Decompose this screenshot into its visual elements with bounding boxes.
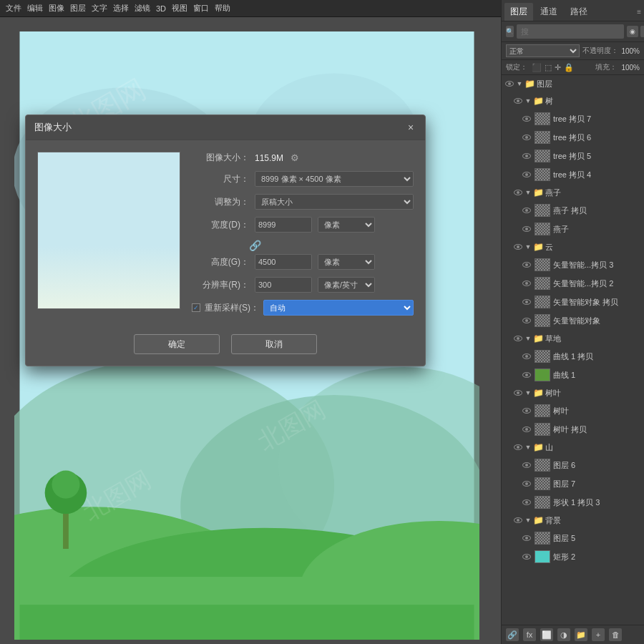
layer-smart3[interactable]: 矢量智能...拷贝 3 xyxy=(502,255,644,274)
vis-smart-copy[interactable] xyxy=(522,297,532,307)
vis-smart3[interactable] xyxy=(522,260,532,270)
lock-pixel-icon[interactable]: ⬛ xyxy=(532,63,542,72)
resample-checkbox[interactable] xyxy=(192,303,200,312)
menu-3d[interactable]: 3D xyxy=(156,4,166,13)
vis-curve1[interactable] xyxy=(522,370,532,380)
group-mountain[interactable]: ▼ 📁 山 xyxy=(502,439,644,456)
layer-smart2[interactable]: 矢量智能...拷贝 2 xyxy=(502,274,644,293)
layer-tree-copy7[interactable]: tree 拷贝 7 xyxy=(502,109,644,128)
vis-tree7[interactable] xyxy=(522,114,532,124)
lock-move-icon[interactable]: ✛ xyxy=(555,63,561,72)
vis-grass-group[interactable] xyxy=(513,333,523,343)
menu-image[interactable]: 图像 xyxy=(49,3,64,14)
vis-layer7[interactable] xyxy=(522,479,532,489)
menu-help[interactable]: 帮助 xyxy=(215,3,230,14)
settings-icon[interactable]: ⚙ xyxy=(289,152,301,164)
link-layers-btn[interactable]: 🔗 xyxy=(506,628,519,641)
vis-tree5[interactable] xyxy=(522,151,532,161)
visibility-root[interactable] xyxy=(504,79,514,89)
layer-swallow-copy[interactable]: 燕子 拷贝 xyxy=(502,201,644,220)
new-group-btn[interactable]: 📁 xyxy=(575,628,587,641)
layer-swallow[interactable]: 燕子 xyxy=(502,220,644,238)
vis-swallow-group[interactable] xyxy=(513,187,523,197)
vis-swallow-copy[interactable] xyxy=(522,205,532,215)
vis-curve-copy[interactable] xyxy=(522,351,532,361)
tab-paths[interactable]: 路径 xyxy=(565,3,593,21)
vis-swallow[interactable] xyxy=(522,224,532,234)
group-tree[interactable]: ▼ 📁 树 xyxy=(502,92,644,109)
cancel-button[interactable]: 取消 xyxy=(231,334,317,354)
adjustment-btn[interactable]: ◑ xyxy=(557,628,570,641)
thumb-layer6 xyxy=(535,459,550,472)
vis-leaves-copy[interactable] xyxy=(522,424,532,434)
dimension-select[interactable]: 8999 像素 × 4500 像素 xyxy=(255,171,414,187)
group-bg[interactable]: ▼ 📁 背景 xyxy=(502,512,644,529)
vis-layer6[interactable] xyxy=(522,460,532,470)
height-unit-select[interactable]: 像素 xyxy=(318,254,375,270)
adjust-select[interactable]: 原稿大小 xyxy=(255,194,414,210)
vis-smart2[interactable] xyxy=(522,278,532,288)
search-input[interactable] xyxy=(517,24,624,39)
layer-curve1[interactable]: 曲线 1 xyxy=(502,366,644,384)
layer-rect2[interactable]: 矩形 2 xyxy=(502,547,644,566)
layer-mask-btn[interactable]: ⬜ xyxy=(540,628,553,641)
vis-rect2[interactable] xyxy=(522,552,532,562)
vis-smart[interactable] xyxy=(522,316,532,326)
menu-select[interactable]: 选择 xyxy=(113,3,129,14)
filter-icon-1[interactable]: ◉ xyxy=(627,26,638,37)
lock-gradient-icon[interactable]: ⬚ xyxy=(545,63,552,72)
filter-icon-2[interactable]: T xyxy=(640,26,644,37)
group-root[interactable]: ▼ 📁 图层 xyxy=(502,75,644,92)
vis-shape-copy3[interactable] xyxy=(522,497,532,507)
menu-view[interactable]: 视图 xyxy=(172,3,187,14)
new-layer-btn[interactable]: + xyxy=(592,628,605,641)
menu-window[interactable]: 窗口 xyxy=(193,3,209,14)
dialog-close-button[interactable]: × xyxy=(405,122,416,133)
width-input[interactable] xyxy=(255,217,312,233)
width-unit-select[interactable]: 像素 xyxy=(318,217,375,233)
blend-mode-select[interactable]: 正常 xyxy=(506,44,580,57)
delete-layer-btn[interactable]: 🗑 xyxy=(609,628,622,641)
group-swallow[interactable]: ▼ 📁 燕子 xyxy=(502,184,644,201)
layer-smart[interactable]: 矢量智能对象 xyxy=(502,311,644,330)
tab-channels[interactable]: 通道 xyxy=(535,3,563,21)
name-tree5: tree 拷贝 5 xyxy=(553,151,641,162)
layer-curve-copy[interactable]: 曲线 1 拷贝 xyxy=(502,347,644,366)
menu-type[interactable]: 文字 xyxy=(92,3,107,14)
height-input[interactable] xyxy=(255,254,312,270)
vis-leaves-group[interactable] xyxy=(513,388,523,398)
vis-bg-group[interactable] xyxy=(513,515,523,525)
menu-edit[interactable]: 编辑 xyxy=(27,3,43,14)
tab-layers[interactable]: 图层 xyxy=(504,3,533,21)
resolution-input[interactable] xyxy=(255,277,312,293)
group-leaves[interactable]: ▼ 📁 树叶 xyxy=(502,384,644,401)
menu-layer[interactable]: 图层 xyxy=(70,3,86,14)
menu-file[interactable]: 文件 xyxy=(6,3,21,14)
resample-select[interactable]: 自动 xyxy=(263,300,414,316)
vis-mountain-group[interactable] xyxy=(513,442,523,452)
layer-tree-copy6[interactable]: tree 拷贝 6 xyxy=(502,128,644,147)
vis-leaves[interactable] xyxy=(522,406,532,416)
visibility-tree[interactable] xyxy=(513,96,523,106)
lock-all-icon[interactable]: 🔒 xyxy=(564,63,574,72)
resolution-unit-select[interactable]: 像素/英寸 xyxy=(318,277,375,293)
layer-shape-copy3[interactable]: 形状 1 拷贝 3 xyxy=(502,493,644,512)
layer-smart-copy[interactable]: 矢量智能对象 拷贝 xyxy=(502,293,644,311)
layer-layer5[interactable]: 图层 5 xyxy=(502,529,644,547)
vis-cloud-group[interactable] xyxy=(513,242,523,252)
vis-tree6[interactable] xyxy=(522,132,532,142)
panel-more-button[interactable]: ≡ xyxy=(637,8,641,16)
layer-layer6[interactable]: 图层 6 xyxy=(502,456,644,474)
layer-tree-copy5[interactable]: tree 拷贝 5 xyxy=(502,147,644,165)
group-grass[interactable]: ▼ 📁 草地 xyxy=(502,330,644,347)
layer-style-btn[interactable]: fx xyxy=(523,628,536,641)
layer-tree-copy4[interactable]: tree 拷贝 4 xyxy=(502,165,644,184)
layer-leaves[interactable]: 树叶 xyxy=(502,401,644,420)
vis-tree4[interactable] xyxy=(522,170,532,180)
group-cloud[interactable]: ▼ 📁 云 xyxy=(502,238,644,255)
layer-leaves-copy[interactable]: 树叶 拷贝 xyxy=(502,420,644,439)
menu-filter[interactable]: 滤镜 xyxy=(135,3,150,14)
confirm-button[interactable]: 确定 xyxy=(134,334,220,354)
layer-layer7[interactable]: 图层 7 xyxy=(502,474,644,493)
vis-layer5[interactable] xyxy=(522,533,532,543)
